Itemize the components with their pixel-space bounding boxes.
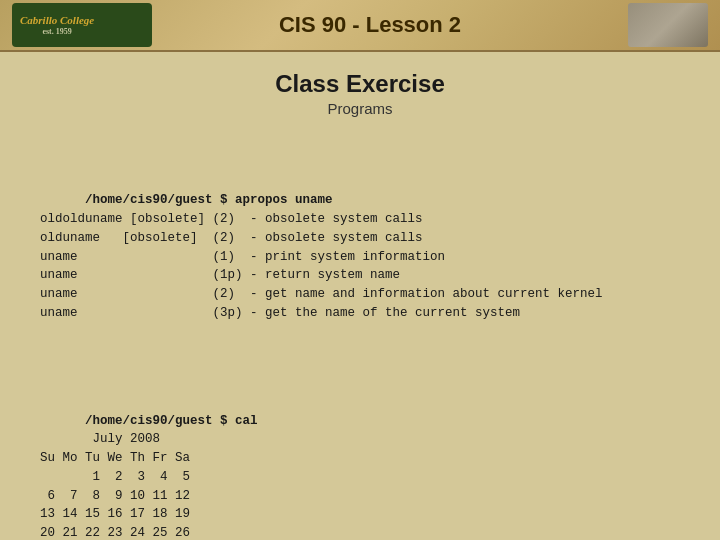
cal-week-4: 20 21 22 23 24 25 26 <box>40 526 190 540</box>
prompt-cal: /home/cis90/guest $ cal <box>85 414 258 428</box>
cal-week-2: 6 7 8 9 10 11 12 <box>40 489 190 503</box>
terminal-section-cal: /home/cis90/guest $ cal July 2008 Su Mo … <box>40 393 680 540</box>
apropos-line-2: olduname [obsolete] (2) - obsolete syste… <box>40 231 423 245</box>
terminal-output: /home/cis90/guest $ apropos uname oldold… <box>40 135 680 540</box>
page-title: Class Exercise <box>40 70 680 98</box>
logo-text: Cabrillo College est. 1959 <box>20 14 94 37</box>
apropos-line-1: oldolduname [obsolete] (2) - obsolete sy… <box>40 212 423 226</box>
header: Cabrillo College est. 1959 CIS 90 - Less… <box>0 0 720 52</box>
apropos-line-4: uname (1p) - return system name <box>40 268 400 282</box>
cal-header: July 2008 <box>40 432 205 446</box>
cal-week-3: 13 14 15 16 17 18 19 <box>40 507 190 521</box>
terminal-section-apropos: /home/cis90/guest $ apropos uname oldold… <box>40 173 680 342</box>
apropos-line-6: uname (3p) - get the name of the current… <box>40 306 520 320</box>
cal-week-1: 1 2 3 4 5 <box>40 470 190 484</box>
header-image <box>628 3 708 47</box>
page-subtitle: Programs <box>40 100 680 117</box>
prompt-apropos: /home/cis90/guest $ apropos uname <box>85 193 333 207</box>
cal-days-header: Su Mo Tu We Th Fr Sa <box>40 451 190 465</box>
apropos-line-5: uname (2) - get name and information abo… <box>40 287 603 301</box>
header-title: CIS 90 - Lesson 2 <box>112 12 628 38</box>
apropos-line-3: uname (1) - print system information <box>40 250 445 264</box>
main-content: Class Exercise Programs /home/cis90/gues… <box>0 52 720 540</box>
